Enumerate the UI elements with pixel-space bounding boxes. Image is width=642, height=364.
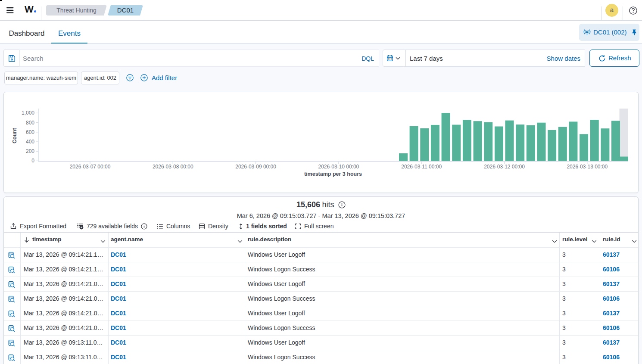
svg-text:1,000: 1,000 [22,110,34,116]
svg-text:2026-03-10 00:00: 2026-03-10 00:00 [318,164,359,170]
svg-text:2026-03-11 00:00: 2026-03-11 00:00 [401,164,442,170]
svg-text:2026-03-09 00:00: 2026-03-09 00:00 [235,164,276,170]
svg-text:200: 200 [26,148,34,154]
svg-text:2026-03-12 00:00: 2026-03-12 00:00 [484,164,525,170]
svg-text:2026-03-07 00:00: 2026-03-07 00:00 [70,164,111,170]
svg-text:400: 400 [26,139,34,145]
svg-text:2026-03-13 00:00: 2026-03-13 00:00 [567,164,608,170]
svg-text:800: 800 [26,120,34,126]
svg-text:timestamp per 3 hours: timestamp per 3 hours [304,171,362,177]
svg-text:0: 0 [31,158,34,164]
svg-text:Count: Count [12,128,18,143]
svg-text:2026-03-08 00:00: 2026-03-08 00:00 [153,164,193,170]
svg-text:600: 600 [26,129,34,135]
